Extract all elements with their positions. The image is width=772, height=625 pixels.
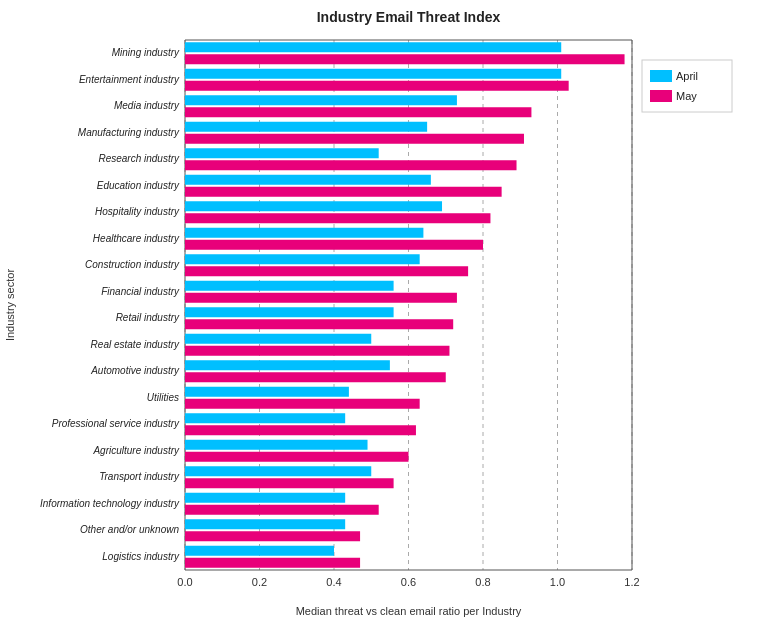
industry-label: Research industry [98, 153, 180, 164]
industry-label: Utilities [147, 392, 179, 403]
bar-april [185, 387, 349, 397]
legend-may-color [650, 90, 672, 102]
industry-label: Professional service industry [52, 418, 180, 429]
industry-label: Retail industry [116, 312, 180, 323]
bar-april [185, 519, 345, 529]
legend-april-label: April [676, 70, 698, 82]
x-tick-label: 0.6 [401, 576, 416, 588]
bar-april [185, 201, 442, 211]
x-tick-label: 0.0 [177, 576, 192, 588]
bar-april [185, 69, 561, 79]
bar-may [185, 425, 416, 435]
industry-label: Financial industry [101, 286, 180, 297]
bar-april [185, 95, 457, 105]
bar-april [185, 281, 394, 291]
industry-label: Construction industry [85, 259, 180, 270]
bar-april [185, 546, 334, 556]
bar-may [185, 107, 531, 117]
bar-may [185, 293, 457, 303]
bar-april [185, 254, 420, 264]
industry-label: Entertainment industry [79, 74, 180, 85]
x-axis-label: Median threat vs clean email ratio per I… [296, 605, 522, 617]
industry-label: Information technology industry [40, 498, 180, 509]
bar-may [185, 187, 502, 197]
chart-container: Industry Email Threat Index0.00.20.40.60… [0, 0, 772, 625]
bar-april [185, 334, 371, 344]
legend-may-label: May [676, 90, 697, 102]
x-tick-label: 1.0 [550, 576, 565, 588]
x-tick-label: 0.8 [475, 576, 490, 588]
bar-april [185, 42, 561, 52]
x-tick-label: 0.4 [326, 576, 341, 588]
industry-label: Healthcare industry [93, 233, 180, 244]
bar-april [185, 440, 368, 450]
bar-april [185, 307, 394, 317]
bar-may [185, 346, 449, 356]
bar-may [185, 399, 420, 409]
x-tick-label: 0.2 [252, 576, 267, 588]
bar-april [185, 148, 379, 158]
bar-may [185, 372, 446, 382]
bar-may [185, 160, 517, 170]
industry-label: Agriculture industry [92, 445, 180, 456]
bar-may [185, 452, 409, 462]
industry-label: Hospitality industry [95, 206, 180, 217]
industry-label: Media industry [114, 100, 180, 111]
chart-title: Industry Email Threat Index [317, 9, 501, 25]
industry-label: Education industry [97, 180, 180, 191]
x-tick-label: 1.2 [624, 576, 639, 588]
industry-label: Transport industry [99, 471, 180, 482]
main-chart-svg: Industry Email Threat Index0.00.20.40.60… [0, 0, 772, 625]
industry-label: Other and/or unknown [80, 524, 179, 535]
bar-april [185, 413, 345, 423]
bar-may [185, 81, 569, 91]
bar-april [185, 466, 371, 476]
bar-may [185, 213, 490, 223]
bar-may [185, 319, 453, 329]
industry-label: Manufacturing industry [78, 127, 180, 138]
bar-april [185, 122, 427, 132]
bar-april [185, 360, 390, 370]
legend-box [642, 60, 732, 112]
bar-april [185, 493, 345, 503]
bar-may [185, 54, 625, 64]
bar-may [185, 505, 379, 515]
bar-april [185, 228, 423, 238]
bar-may [185, 558, 360, 568]
bar-may [185, 478, 394, 488]
bar-may [185, 240, 483, 250]
industry-label: Mining industry [112, 47, 180, 58]
industry-label: Automotive industry [90, 365, 180, 376]
industry-label: Logistics industry [102, 551, 180, 562]
y-axis-label: Industry sector [4, 269, 16, 341]
legend-april-color [650, 70, 672, 82]
industry-label: Real estate industry [91, 339, 180, 350]
bar-may [185, 134, 524, 144]
bar-may [185, 531, 360, 541]
y-axis-label-group: Industry sector [4, 269, 16, 341]
bar-may [185, 266, 468, 276]
bar-april [185, 175, 431, 185]
